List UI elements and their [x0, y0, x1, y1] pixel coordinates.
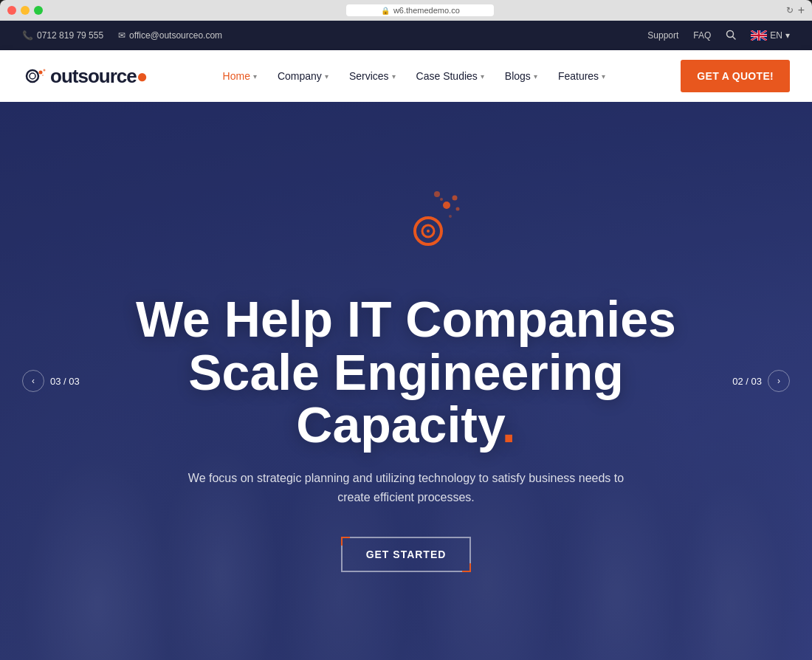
hero-title-line2: Scale Engineering [188, 344, 624, 400]
svg-line-1 [733, 36, 736, 39]
prev-arrow[interactable]: ‹ [22, 370, 44, 392]
nav-blogs-label: Blogs [505, 70, 531, 82]
get-quote-button[interactable]: Get A Quote! [681, 60, 790, 92]
nav-menu: Home ▾ Company ▾ Services ▾ Case Studies… [223, 70, 606, 82]
refresh-button[interactable]: ↻ [786, 5, 794, 16]
support-link[interactable]: Support [647, 30, 678, 41]
slide-counter-left: 03 / 03 [50, 376, 80, 387]
bracket-top-left [341, 537, 350, 546]
next-arrow[interactable]: › [768, 370, 790, 392]
logo-brand-text: outsource● [50, 65, 147, 88]
top-bar-left: 📞 0712 819 79 555 ✉ office@outsourceo.co… [22, 30, 222, 41]
hero-title-line3: Capacity [296, 396, 501, 453]
svg-point-5 [39, 71, 43, 75]
get-started-label: Get Started [366, 549, 447, 560]
close-button[interactable] [7, 6, 16, 15]
address-bar: 🔒 w6.themedemo.co ↻ [47, 4, 794, 16]
lock-icon: 🔒 [381, 7, 390, 15]
url-text: w6.themedemo.co [393, 6, 460, 15]
nav-item-services[interactable]: Services ▾ [349, 70, 396, 82]
hero-content: We Help IT Companies Scale Engineering C… [0, 102, 812, 660]
svg-point-4 [30, 73, 35, 79]
maximize-button[interactable] [34, 6, 43, 15]
top-bar-right: Support FAQ EN ▾ [647, 30, 790, 42]
email-address: office@outsourceo.com [129, 30, 222, 41]
top-bar: 📞 0712 819 79 555 ✉ office@outsourceo.co… [0, 21, 812, 50]
main-nav: outsource● Home ▾ Company ▾ Services ▾ C… [0, 50, 812, 102]
minimize-button[interactable] [21, 6, 30, 15]
nav-features-chevron: ▾ [602, 72, 605, 80]
hero-title-dot: . [502, 396, 516, 453]
nav-services-label: Services [349, 70, 389, 82]
nav-casestudies-chevron: ▾ [481, 72, 484, 80]
nav-services-chevron: ▾ [392, 72, 396, 80]
slide-nav-right[interactable]: 02 / 03 › [732, 370, 790, 392]
slide-nav-left[interactable]: ‹ 03 / 03 [22, 370, 80, 392]
new-tab-button[interactable]: + [798, 4, 805, 17]
get-started-button[interactable]: Get Started [341, 537, 472, 572]
nav-item-features[interactable]: Features ▾ [558, 70, 605, 82]
email-icon: ✉ [118, 30, 125, 41]
lang-text: EN [770, 30, 782, 41]
email-item: ✉ office@outsourceo.com [118, 30, 222, 41]
uk-flag-icon [751, 30, 767, 41]
nav-features-label: Features [558, 70, 599, 82]
faq-link[interactable]: FAQ [693, 30, 711, 41]
svg-point-7 [42, 75, 44, 76]
hero-title-line1: We Help IT Companies [136, 291, 676, 347]
nav-item-company[interactable]: Company ▾ [278, 70, 328, 82]
search-icon [726, 30, 736, 40]
nav-home-label: Home [223, 70, 250, 82]
bracket-bottom-right [462, 563, 471, 572]
hero-section: We Help IT Companies Scale Engineering C… [0, 102, 812, 660]
slide-counter-right: 02 / 03 [732, 376, 762, 387]
svg-point-6 [44, 69, 46, 72]
nav-item-case-studies[interactable]: Case Studies ▾ [416, 70, 484, 82]
logo[interactable]: outsource● [22, 63, 147, 89]
nav-home-chevron: ▾ [253, 72, 257, 80]
hero-title: We Help IT Companies Scale Engineering C… [136, 293, 676, 451]
nav-company-chevron: ▾ [325, 72, 328, 80]
nav-item-home[interactable]: Home ▾ [223, 70, 257, 82]
window-chrome: 🔒 w6.themedemo.co ↻ + [0, 0, 812, 21]
nav-casestudies-label: Case Studies [416, 70, 478, 82]
nav-company-label: Company [278, 70, 322, 82]
language-selector[interactable]: EN ▾ [751, 30, 790, 41]
nav-blogs-chevron: ▾ [534, 72, 537, 80]
logo-icon [22, 63, 49, 89]
svg-point-3 [27, 70, 38, 82]
nav-item-blogs[interactable]: Blogs ▾ [505, 70, 537, 82]
phone-icon: 📞 [22, 30, 33, 41]
phone-number: 0712 819 79 555 [37, 30, 103, 41]
hero-subtitle: We focus on strategic planning and utili… [185, 469, 627, 506]
phone-item: 📞 0712 819 79 555 [22, 30, 103, 41]
search-button[interactable] [726, 30, 736, 42]
lang-chevron: ▾ [785, 30, 790, 41]
